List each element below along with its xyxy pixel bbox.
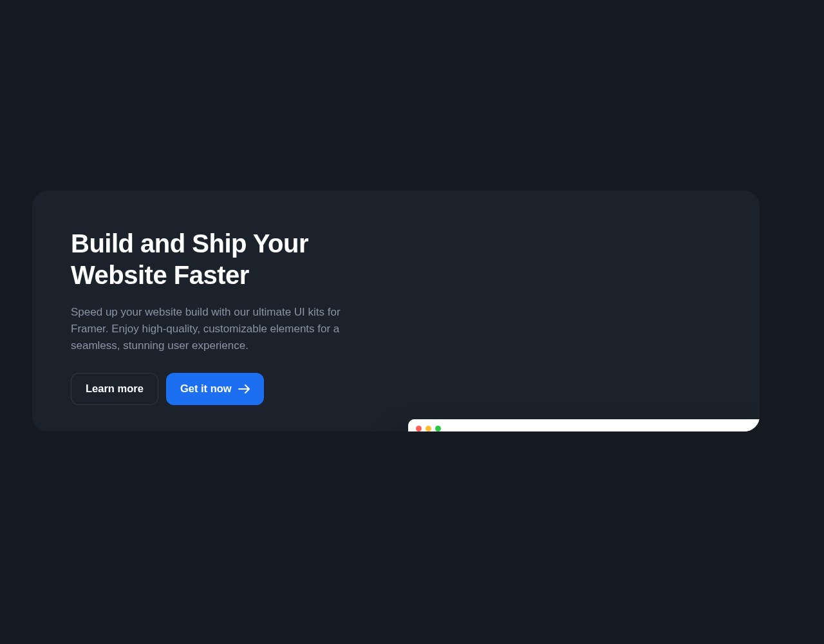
hero-content: Build and Ship Your Website Faster Speed…: [71, 228, 380, 405]
get-it-now-button[interactable]: Get it now: [166, 373, 264, 405]
window-titlebar: [408, 419, 760, 431]
learn-more-button[interactable]: Learn more: [71, 373, 158, 405]
get-it-now-label: Get it now: [180, 383, 232, 395]
hero-description: Speed up your website build with our ult…: [71, 304, 354, 355]
learn-more-label: Learn more: [86, 383, 144, 395]
hero-title: Build and Ship Your Website Faster: [71, 228, 380, 291]
traffic-light-close-icon: [416, 426, 422, 431]
hero-card: Build and Ship Your Website Faster Speed…: [32, 191, 760, 431]
arrow-right-icon: [238, 384, 250, 393]
traffic-light-min-icon: [426, 426, 431, 431]
hero-actions: Learn more Get it now: [71, 373, 380, 405]
traffic-light-max-icon: [435, 426, 441, 431]
dashboard-mockup: Frameblox Overview Customers Products Pr…: [408, 419, 760, 431]
